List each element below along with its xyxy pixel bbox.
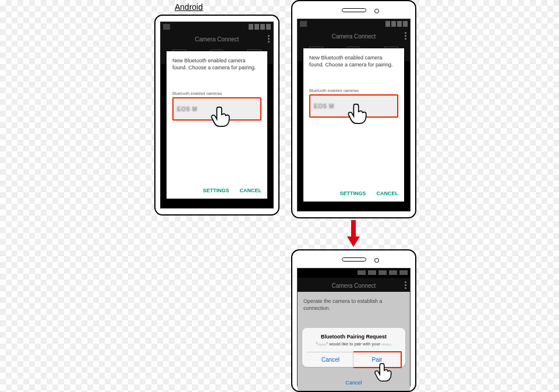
speaker-icon — [342, 8, 366, 12]
pair-message: "——" would like to pair with your ——. — [307, 341, 401, 347]
camera-list-item[interactable]: EOS M — [309, 94, 398, 118]
front-camera-icon — [374, 258, 379, 263]
app-header: Camera Connect — [161, 31, 273, 47]
app-title: Camera Connect — [332, 282, 376, 289]
dialog-button-row: SETTINGS CANCEL — [339, 190, 398, 197]
operate-message: Operate the camera to establish a connec… — [303, 298, 404, 312]
pair-title: Bluetooth Pairing Request — [307, 334, 401, 340]
ios-screen-bottom: Camera Connect Operate the camera to est… — [297, 268, 411, 391]
ios-phone-frame-top: Camera Connect New Bluetooth enabled cam… — [291, 0, 416, 218]
tap-hand-icon — [210, 103, 235, 129]
pair-cancel-button[interactable]: Cancel — [307, 352, 354, 367]
app-title: Camera Connect — [332, 33, 376, 40]
status-bar — [161, 22, 273, 31]
android-screen: Camera Connect New Bluetooth enabled cam… — [160, 22, 274, 209]
overflow-menu-icon[interactable] — [405, 281, 406, 289]
app-header: Camera Connect — [298, 29, 410, 44]
camera-list-item[interactable]: EOS M — [172, 97, 261, 121]
camera-name: EOS M — [177, 105, 197, 114]
choose-camera-dialog: New Bluetooth enabled camera found. Choo… — [303, 48, 404, 202]
dialog-message: New Bluetooth enabled camera found. Choo… — [309, 54, 398, 86]
dialog-button-row: SETTINGS CANCEL — [203, 187, 261, 194]
ios-screen-top: Camera Connect New Bluetooth enabled cam… — [297, 19, 411, 211]
android-phone-frame: Camera Connect New Bluetooth enabled cam… — [154, 15, 280, 216]
dialog-sub-label: Bluetooth enabled cameras — [172, 91, 261, 96]
tap-hand-icon — [346, 100, 372, 126]
speaker-icon — [342, 257, 366, 262]
pair-button-row: Cancel Pair — [307, 352, 401, 367]
choose-camera-dialog: New Bluetooth enabled camera found. Choo… — [167, 51, 267, 199]
settings-button[interactable]: SETTINGS — [339, 190, 366, 197]
bluetooth-pair-dialog: Bluetooth Pairing Request "——" would lik… — [302, 328, 405, 367]
settings-button[interactable]: SETTINGS — [203, 187, 229, 194]
overflow-menu-icon[interactable] — [268, 35, 270, 43]
pair-confirm-button[interactable]: Pair — [353, 351, 402, 368]
dialog-message: New Bluetooth enabled camera found. Choo… — [172, 57, 261, 89]
overflow-menu-icon[interactable] — [405, 32, 406, 40]
cancel-button[interactable]: CANCEL — [377, 190, 399, 197]
flow-arrow-icon — [347, 220, 360, 249]
status-bar — [298, 19, 410, 29]
camera-name: EOS M — [314, 103, 334, 111]
sheet-cancel-button[interactable]: Cancel — [298, 377, 410, 389]
app-header: Camera Connect — [298, 278, 410, 293]
cancel-button[interactable]: CANCEL — [240, 187, 262, 194]
action-sheet: Operate the camera to establish a connec… — [298, 292, 410, 391]
dialog-sub-label: Bluetooth enabled cameras — [309, 88, 398, 93]
app-title: Camera Connect — [195, 36, 239, 43]
ios-phone-frame-bottom: Camera Connect Operate the camera to est… — [291, 249, 416, 392]
android-label: Android — [175, 2, 203, 12]
front-camera-icon — [374, 9, 379, 13]
